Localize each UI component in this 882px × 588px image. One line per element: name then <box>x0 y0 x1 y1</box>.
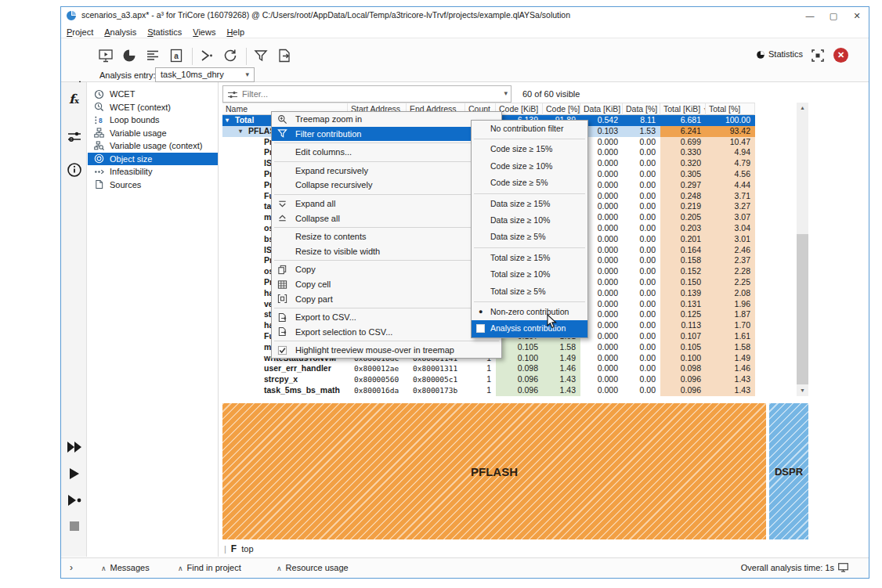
menu-item-expand-all[interactable]: Expand all <box>272 197 501 211</box>
table-row[interactable]: strcpy_x0x800005600x800005c110.0961.430.… <box>222 374 755 385</box>
menu-item-highlight-treeview-mouse-over-in-treemap[interactable]: Highlight treeview mouse-over in treemap <box>272 343 501 358</box>
close-analysis-icon[interactable]: ✕ <box>833 48 848 63</box>
table-row[interactable]: user_err_handler0x800012ae0x8000131110.0… <box>222 363 755 374</box>
submenu-item-total-size-≥-10%[interactable]: Total size ≥ 10% <box>472 266 587 283</box>
sidebar-item-infeasibility[interactable]: Infeasibility <box>88 165 218 179</box>
scrollbar-thumb[interactable] <box>797 234 808 384</box>
tree-expand-icon[interactable]: ▾ <box>239 126 248 137</box>
menu-item-export-selection-to-csv[interactable]: Export selection to CSV... <box>272 325 501 340</box>
menu-item-expand-recursively[interactable]: Expand recursively <box>272 164 501 179</box>
export-csv-icon <box>277 326 287 337</box>
close-button[interactable]: ✕ <box>845 7 869 24</box>
submenu-item-code-size-≥-15%[interactable]: Code size ≥ 15% <box>472 141 587 157</box>
sidebar-item-sources[interactable]: Sources <box>88 179 218 192</box>
menu-item-copy-cell[interactable]: Copy cell <box>272 277 501 292</box>
analysis-entry-combobox[interactable]: task_10ms_dhry ▾ <box>155 67 255 82</box>
cell-count: 1 <box>465 363 496 374</box>
submenu-item-non-zero-contribution[interactable]: ●Non-zero contribution <box>472 304 587 320</box>
statistics-toggle[interactable]: Statistics <box>756 49 803 60</box>
run-all-icon[interactable] <box>61 441 87 456</box>
table-row[interactable]: task_5ms_bs_math0x800016da0x8000173b10.0… <box>222 385 755 396</box>
scroll-down-icon[interactable]: ▼ <box>797 385 808 396</box>
cell-total: 3.07 <box>706 212 755 223</box>
cell-data-kib: 0.000 <box>580 342 623 353</box>
submenu-item-data-size-≥-10%[interactable]: Data size ≥ 10% <box>472 212 587 229</box>
column-header-code-kib[interactable]: Code [KiB] <box>496 103 543 115</box>
tree-expand-icon[interactable]: ▾ <box>226 115 235 126</box>
column-header-code[interactable]: Code [%] <box>543 103 580 115</box>
refresh-icon[interactable] <box>222 48 240 65</box>
submenu-item-data-size-≥-15%[interactable]: Data size ≥ 15% <box>472 196 587 212</box>
submenu-item-total-size-≥-5%[interactable]: Total size ≥ 5% <box>472 283 587 300</box>
submenu-item-analysis-contribution[interactable]: Analysis contribution <box>472 320 587 337</box>
column-header-data-kib[interactable]: Data [KiB] <box>580 103 623 115</box>
submenu-item-label: Data size ≥ 15% <box>490 199 550 208</box>
run-single-icon[interactable] <box>61 467 87 483</box>
menu-item-label: Export selection to CSV... <box>295 327 392 337</box>
column-header-total[interactable]: Total [%] <box>706 103 755 115</box>
statusbar-panel-messages[interactable]: ∧Messages <box>101 563 150 572</box>
sidebar-item-loop-bounds[interactable]: 8Loop bounds <box>88 114 218 127</box>
filter-input[interactable] <box>242 87 493 101</box>
menu-item-copy-part[interactable]: Copy part <box>272 292 501 307</box>
treemap-block-dspr[interactable]: DSPR <box>769 403 808 539</box>
stop-icon[interactable] <box>61 521 87 535</box>
statusbar-panel-find-in-project[interactable]: ∧Find in project <box>178 563 241 572</box>
breadcrumb-path[interactable]: top <box>241 544 253 554</box>
window-title: scenarios_a3.apx* - a³ for TriCore (1607… <box>81 10 570 20</box>
filter-contribution-submenu: No contribution filterCode size ≥ 15%Cod… <box>471 120 588 338</box>
fit-view-icon[interactable] <box>811 49 825 63</box>
run-icon[interactable] <box>199 48 216 65</box>
menu-item-copy[interactable]: Copy <box>272 262 501 277</box>
vertical-scrollbar[interactable]: ▲ ▼ <box>797 103 808 396</box>
menubar-item-views[interactable]: Views <box>187 26 221 38</box>
functions-icon[interactable]: fx <box>61 92 87 106</box>
pie-chart-icon[interactable] <box>121 48 139 65</box>
submenu-item-data-size-≥-5%[interactable]: Data size ≥ 5% <box>472 229 587 245</box>
menubar-item-statistics[interactable]: Statistics <box>142 26 187 38</box>
submenu-item-no-contribution-filter[interactable]: No contribution filter <box>472 121 587 137</box>
chevron-up-icon: ∧ <box>178 565 183 572</box>
sliders-icon[interactable] <box>61 129 87 148</box>
menu-item-collapse-recursively[interactable]: Collapse recursively <box>272 178 501 193</box>
sidebar-item-wcet[interactable]: WCET <box>88 88 218 101</box>
sidebar-item-label: Variable usage <box>110 128 167 138</box>
sidebar-item-variable-usage-context[interactable]: Variable usage (context) <box>88 139 218 153</box>
sidebar-item-object-size[interactable]: Object size <box>88 153 218 166</box>
menubar-item-analysis[interactable]: Analysis <box>99 26 142 38</box>
menu-item-edit-columns[interactable]: Edit columns... <box>272 145 501 160</box>
cell-data-kib: 0.000 <box>580 374 623 385</box>
sidebar-item-wcet-context[interactable]: WCET (context) <box>88 101 218 114</box>
maximize-button[interactable]: ▢ <box>822 7 845 24</box>
filter-dropdown-icon[interactable]: ▾ <box>504 89 508 97</box>
sidebar-expander-icon[interactable]: › <box>70 562 73 573</box>
column-header-data[interactable]: Data [%] <box>623 103 660 115</box>
submenu-item-label: Non-zero contribution <box>490 307 569 316</box>
info-icon[interactable] <box>61 162 87 181</box>
export-icon[interactable] <box>277 48 294 65</box>
submenu-item-code-size-≥-10%[interactable]: Code size ≥ 10% <box>472 158 587 175</box>
menu-item-label: Resize to visible width <box>295 247 380 256</box>
menubar-item-help[interactable]: Help <box>221 26 250 38</box>
menubar-item-project[interactable]: Project <box>61 26 99 38</box>
submenu-item-total-size-≥-15%[interactable]: Total size ≥ 15% <box>472 250 587 266</box>
menu-item-collapse-all[interactable]: Collapse all <box>272 211 501 226</box>
menu-item-filter-contribution[interactable]: Filter contribution▸ <box>272 127 501 142</box>
column-header-total-kib[interactable]: Total [KiB]▼ <box>660 103 706 115</box>
sidebar-item-variable-usage[interactable]: Variable usage <box>88 127 218 140</box>
run-to-point-icon[interactable] <box>61 494 87 510</box>
treemap-block-pflash[interactable]: PFLASH <box>222 403 766 539</box>
menu-item-resize-to-visible-width[interactable]: Resize to visible width <box>272 244 501 259</box>
statusbar-panel-resource-usage[interactable]: ∧Resource usage <box>277 563 349 572</box>
menu-item-resize-to-contents[interactable]: Resize to contents <box>272 229 501 244</box>
submenu-item-code-size-≥-5%[interactable]: Code size ≥ 5% <box>472 175 587 191</box>
minimize-button[interactable]: — <box>798 7 822 24</box>
funnel-icon[interactable] <box>253 48 270 65</box>
monitor-play-icon[interactable] <box>98 48 115 65</box>
menu-item-treemap-zoom-in[interactable]: Treemap zoom in <box>272 112 501 127</box>
list-icon[interactable] <box>145 48 162 65</box>
scroll-up-icon[interactable]: ▲ <box>797 103 808 114</box>
doc-a-icon[interactable]: a <box>168 48 186 65</box>
analysis-sidebar: WCETWCET (context)8Loop boundsVariable u… <box>88 82 219 557</box>
menu-item-export-to-csv[interactable]: Export to CSV... <box>272 310 501 325</box>
